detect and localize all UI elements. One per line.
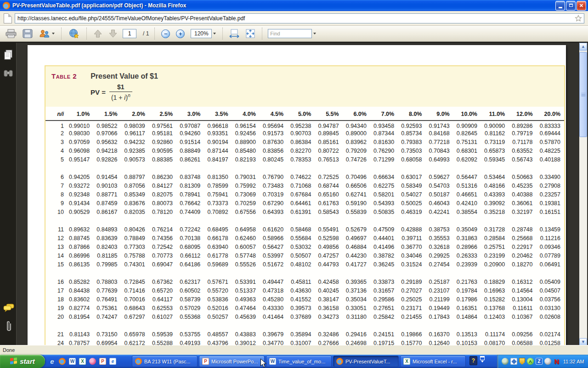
- pv-cell: 0.93458: [370, 121, 398, 129]
- find-caret-icon: [313, 33, 316, 34]
- next-page-button[interactable]: [107, 27, 119, 40]
- pv-cell: 0.76214: [149, 225, 176, 234]
- start-label: start: [20, 357, 35, 365]
- period-cell: 19: [45, 304, 66, 313]
- agent-tray-icon[interactable]: [527, 358, 534, 365]
- pv-cell: 0.63940: [204, 243, 232, 252]
- fit-width-button[interactable]: [228, 27, 240, 40]
- url-input[interactable]: [15, 13, 584, 23]
- pv-cell: 0.25187: [425, 278, 453, 287]
- pv-cell: 0.72845: [121, 278, 149, 287]
- pv-cell: 0.86384: [287, 138, 315, 147]
- pv-cell: 0.67684: [287, 190, 315, 199]
- taskbar-button[interactable]: Microsoft Excel - r...: [400, 356, 466, 367]
- pv-cell: 0.88849: [176, 147, 204, 155]
- powerpoint-quicklaunch-icon[interactable]: [99, 358, 106, 365]
- zicon-tray-icon[interactable]: [536, 358, 543, 365]
- zoom-level-select[interactable]: 120%: [190, 27, 217, 40]
- table-row: 180.836020.764910.700160.641170.587390.5…: [45, 295, 564, 304]
- pv-cell: 0.49697: [343, 234, 370, 243]
- page-total-label: / 1: [143, 30, 149, 37]
- zoom-in-button[interactable]: +: [175, 27, 186, 40]
- pv-cell: 0.15770: [398, 339, 425, 345]
- ie-quicklaunch-icon[interactable]: [49, 358, 56, 365]
- collaborate-button[interactable]: [38, 27, 56, 40]
- vertical-scrollbar[interactable]: ▲ ▼: [579, 43, 587, 345]
- firefox-quicklaunch-icon[interactable]: [59, 358, 66, 365]
- bookmark-star-icon[interactable]: [575, 15, 582, 22]
- pv-cell: 0.74301: [121, 260, 149, 269]
- outlook-quicklaunch-icon[interactable]: [109, 358, 116, 365]
- taskbar-button[interactable]: Microsoft PowerPo...: [199, 356, 265, 367]
- shield-tray-icon[interactable]: [519, 358, 525, 365]
- pv-cell: 0.73150: [93, 330, 121, 339]
- pv-cell: 0.57870: [537, 138, 564, 147]
- scrollbar-thumb[interactable]: [579, 52, 587, 137]
- pv-cell: 0.15282: [481, 295, 509, 304]
- access-quicklaunch-icon[interactable]: [89, 358, 96, 365]
- restore-button[interactable]: [566, 1, 576, 11]
- fit-page-button[interactable]: [244, 27, 256, 40]
- pv-cell: 0.52679: [343, 225, 370, 234]
- pv-cell: 0.40245: [315, 287, 342, 295]
- word-quicklaunch-icon[interactable]: [69, 358, 76, 365]
- page-number-input[interactable]: [123, 29, 136, 38]
- help-tray-icon[interactable]: ?: [469, 356, 477, 365]
- scroll-down-arrow[interactable]: ▼: [579, 338, 587, 345]
- print-button[interactable]: [5, 27, 17, 40]
- novell-tray-icon[interactable]: [553, 358, 560, 365]
- pv-cell: 0.46043: [425, 199, 453, 208]
- pv-cell: 0.55720: [204, 287, 232, 295]
- nglobe-tray-icon[interactable]: [502, 358, 509, 365]
- minimize-icon: [559, 7, 562, 8]
- share-button[interactable]: [67, 27, 81, 40]
- close-button[interactable]: ✕: [577, 1, 586, 11]
- pv-cell: 0.46651: [453, 190, 481, 199]
- scroll-up-arrow[interactable]: ▲: [579, 43, 587, 51]
- start-button[interactable]: start: [0, 355, 45, 368]
- find-input[interactable]: [268, 29, 312, 38]
- pv-cell: 0.82774: [66, 304, 93, 313]
- pv-cell: 0.69047: [149, 260, 176, 269]
- toolbar-separator: [86, 28, 87, 40]
- table-row: 210.811430.731500.659780.595390.537550.4…: [45, 330, 564, 339]
- zoom-out-button[interactable]: −: [160, 27, 171, 40]
- column-header: 10.0%: [453, 107, 481, 121]
- pv-cell: 0.79383: [398, 138, 425, 147]
- attachments-panel-icon[interactable]: [3, 320, 12, 332]
- pv-cell: 0.77218: [425, 138, 453, 147]
- arrow-down-icon: [108, 29, 118, 38]
- pv-cell: 0.79031: [232, 173, 260, 182]
- excel-quicklaunch-icon[interactable]: [79, 358, 86, 365]
- hidden-icons-toggle[interactable]: [480, 356, 485, 362]
- pv-cell: 0.31180: [343, 313, 370, 322]
- period-cell: 12: [45, 234, 66, 243]
- pv-cell: 0.83602: [66, 295, 93, 304]
- powerpoint-icon: [202, 358, 209, 365]
- pv-cell: 0.86135: [66, 260, 93, 269]
- pv-cell: 0.75361: [93, 304, 121, 313]
- pv-cell: 0.11216: [537, 234, 564, 243]
- pv-cell: 0.75941: [204, 190, 232, 199]
- comments-panel-icon[interactable]: [3, 304, 14, 312]
- zoom-level-value: 120%: [191, 29, 212, 38]
- taskbar-button[interactable]: Time_value_of_mo...: [266, 356, 332, 367]
- gw-tray-icon[interactable]: [544, 358, 551, 365]
- bookmarks-panel-icon[interactable]: [3, 69, 13, 78]
- pv-cell: 0.27666: [315, 339, 342, 345]
- pv-cell: 0.87344: [370, 129, 398, 138]
- nnet-tray-icon[interactable]: [510, 358, 517, 365]
- taskbar-button[interactable]: BA 213 W11 (Pasc...: [132, 356, 198, 367]
- taskbar-button[interactable]: PV-PresentValueT...: [333, 356, 399, 367]
- pv-cell: 0.64993: [425, 155, 453, 164]
- pages-panel-icon[interactable]: [3, 49, 13, 60]
- fit-width-icon: [229, 29, 239, 38]
- pv-cell: 0.83333: [537, 121, 564, 129]
- pv-cell: 0.25025: [398, 295, 425, 304]
- pv-cell: 0.65720: [149, 287, 176, 295]
- column-header: 2.0%: [121, 107, 149, 121]
- column-header: 3.0%: [176, 107, 204, 121]
- save-button[interactable]: [22, 27, 34, 40]
- minimize-button[interactable]: [555, 1, 565, 11]
- previous-page-button[interactable]: [92, 27, 103, 40]
